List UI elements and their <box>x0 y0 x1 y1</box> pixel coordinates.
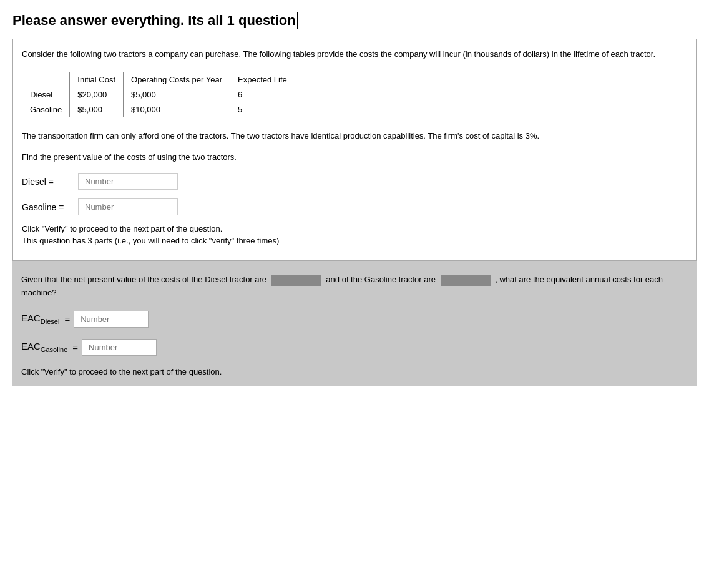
diesel-label: Diesel <box>22 87 70 102</box>
gasoline-input-label: Gasoline = <box>22 202 78 212</box>
eac-diesel-input[interactable] <box>74 311 149 328</box>
eac-gasoline-row: EACGasoline = <box>21 339 688 356</box>
intro-text: Consider the following two tractors a co… <box>22 48 687 61</box>
diesel-npv-placeholder <box>271 275 321 286</box>
paragraph2: Find the present value of the costs of u… <box>22 151 687 164</box>
gasoline-operating-cost: $10,000 <box>124 102 230 117</box>
diesel-input-row: Diesel = <box>22 173 687 190</box>
given-text: Given that the net present value of the … <box>21 273 688 300</box>
eac-gasoline-input[interactable] <box>82 339 157 356</box>
gasoline-initial-cost: $5,000 <box>70 102 124 117</box>
gasoline-input-row: Gasoline = <box>22 198 687 215</box>
bottom-section: Given that the net present value of the … <box>12 261 697 386</box>
gasoline-npv-placeholder <box>441 275 491 286</box>
verify-line2: This question has 3 parts (i.e., you wil… <box>22 236 687 245</box>
table-header-empty <box>22 72 70 87</box>
gasoline-label: Gasoline <box>22 102 70 117</box>
diesel-expected-life: 6 <box>230 87 295 102</box>
verify-line1: Click "Verify" to proceed to the next pa… <box>22 224 687 233</box>
diesel-number-input[interactable] <box>78 173 178 190</box>
cost-table: Initial Cost Operating Costs per Year Ex… <box>22 72 295 117</box>
eac-diesel-equals: = <box>64 314 70 325</box>
page-title: Please answer everything. Its all 1 ques… <box>12 12 298 29</box>
eac-diesel-row: EACDiesel = <box>21 311 688 328</box>
gasoline-number-input[interactable] <box>78 198 178 215</box>
table-header-initial-cost: Initial Cost <box>70 72 124 87</box>
question-box: Consider the following two tractors a co… <box>12 39 697 261</box>
diesel-input-label: Diesel = <box>22 177 78 187</box>
bottom-verify-text: Click "Verify" to proceed to the next pa… <box>21 367 688 376</box>
diesel-operating-cost: $5,000 <box>124 87 230 102</box>
table-header-operating-costs: Operating Costs per Year <box>124 72 230 87</box>
paragraph1: The transportation firm can only afford … <box>22 130 687 143</box>
eac-gasoline-equals: = <box>72 342 78 353</box>
given-text-before: Given that the net present value of the … <box>21 275 266 284</box>
table-header-expected-life: Expected Life <box>230 72 295 87</box>
given-text-middle: and of the Gasoline tractor are <box>326 275 436 284</box>
gasoline-expected-life: 5 <box>230 102 295 117</box>
eac-diesel-label: EACDiesel <box>21 313 59 325</box>
table-row: Gasoline $5,000 $10,000 5 <box>22 102 295 117</box>
diesel-initial-cost: $20,000 <box>70 87 124 102</box>
eac-gasoline-label: EACGasoline <box>21 341 67 353</box>
table-row: Diesel $20,000 $5,000 6 <box>22 87 295 102</box>
